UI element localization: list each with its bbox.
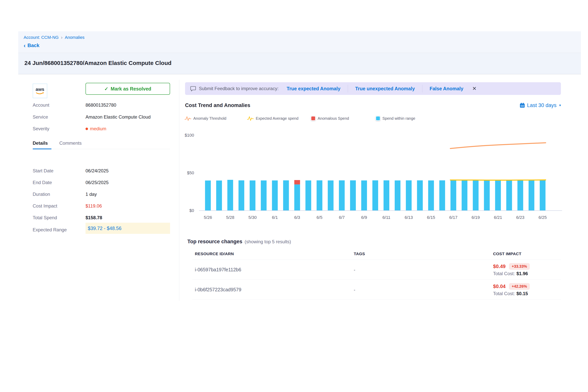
legend-label: Expected Average spend xyxy=(256,116,298,121)
feedback-true-unexpected[interactable]: True unexpected Anomaly xyxy=(355,86,415,92)
legend-label: Anomalous Spend xyxy=(318,116,349,121)
svg-text:6/19: 6/19 xyxy=(472,215,480,220)
time-range-label: Last 30 days xyxy=(527,102,556,108)
severity-field: Severity medium xyxy=(33,126,170,132)
cyan-swatch-icon xyxy=(376,116,380,121)
severity-dot-icon xyxy=(86,128,88,130)
cost-change-badge: +33.33% xyxy=(509,263,530,270)
check-icon: ✓ xyxy=(104,86,108,92)
top-resource-changes-heading: Top resource changes (showing top 5 resu… xyxy=(187,239,291,244)
chevron-down-icon: ▾ xyxy=(559,103,561,108)
service-value: Amazon Elastic Compute Cloud xyxy=(86,114,151,120)
anomaly-detail-page: Account: CCM-NG › Anomalies ‹ Back 24 Ju… xyxy=(0,0,588,392)
cost-impact-row: Cost Impact $119.06 xyxy=(33,203,170,209)
svg-text:aws: aws xyxy=(36,87,44,92)
end-date-label: End Date xyxy=(33,180,86,185)
svg-text:6/13: 6/13 xyxy=(405,215,413,220)
start-date-value: 06/24/2025 xyxy=(86,168,108,174)
legend-spend-within-range[interactable]: Spend within range xyxy=(376,115,415,122)
legend-expected-average[interactable]: Expected Average spend xyxy=(247,115,298,122)
feedback-false-anomaly[interactable]: False Anomaly xyxy=(430,86,464,92)
back-button[interactable]: ‹ Back xyxy=(24,42,40,48)
pulse-line-icon xyxy=(247,115,254,122)
severity-value: medium xyxy=(90,126,106,132)
duration-label: Duration xyxy=(33,192,86,197)
resource-cost-impact-cell: $0.49 +33.33% Total Cost:$1.96 xyxy=(493,263,561,276)
cost-impact-amount: $0.49 xyxy=(493,264,506,270)
feedback-bar: Submit Feedback to improve accuracy: Tru… xyxy=(185,82,561,95)
svg-text:5/30: 5/30 xyxy=(248,215,257,220)
svg-text:6/7: 6/7 xyxy=(339,215,345,220)
cost-change-badge: +42.26% xyxy=(509,283,530,290)
svg-text:5/28: 5/28 xyxy=(226,215,234,220)
feedback-divider xyxy=(348,85,348,92)
chart-header: Cost Trend and Anomalies Last 30 days ▾ xyxy=(185,100,561,111)
table-header-row: RESOURCE ID/ARN TAGS COST IMPACT xyxy=(192,248,561,260)
expected-range-label: Expected Range xyxy=(33,227,86,232)
total-spend-row: Total Spend $158.78 xyxy=(33,215,170,220)
resource-cost-impact-cell: $0.04 +42.26% Total Cost:$0.15 xyxy=(493,283,561,296)
anomaly-summary-panel: aws ✓ Mark as Resolved Account 868001352… xyxy=(18,79,179,302)
resource-id: i-0b6f257223cad9579 xyxy=(192,287,354,292)
cost-trend-chart[interactable]: $0$50$1005/265/285/306/16/36/56/76/96/11… xyxy=(181,132,565,223)
breadcrumb-bar: Account: CCM-NG › Anomalies ‹ Back xyxy=(18,31,581,53)
total-cost-value: $1.96 xyxy=(516,271,528,276)
duration-value: 1 day xyxy=(86,192,97,197)
breadcrumb-account-link[interactable]: Account: CCM-NG xyxy=(24,35,58,40)
chart-title: Cost Trend and Anomalies xyxy=(185,102,250,108)
svg-text:$0: $0 xyxy=(190,208,194,213)
account-field: Account 868001352780 xyxy=(33,102,170,108)
legend-anomalous-spend[interactable]: Anomalous Spend xyxy=(311,115,349,122)
svg-text:6/9: 6/9 xyxy=(361,215,367,220)
legend-label: Spend within range xyxy=(382,116,415,121)
chevron-left-icon: ‹ xyxy=(24,43,26,48)
mark-as-resolved-button[interactable]: ✓ Mark as Resolved xyxy=(86,83,170,95)
end-date-row: End Date 06/25/2025 xyxy=(33,180,170,185)
title-bar: 24 Jun/868001352780/Amazon Elastic Compu… xyxy=(18,53,581,74)
chat-bubble-icon xyxy=(190,86,196,92)
table-row[interactable]: i-0b6f257223cad9579 - $0.04 +42.26% Tota… xyxy=(192,280,561,300)
red-swatch-icon xyxy=(311,116,316,121)
start-date-row: Start Date 06/24/2025 xyxy=(33,168,170,174)
calendar-icon xyxy=(520,102,525,108)
legend-anomaly-threshold[interactable]: Anomaly Threshold xyxy=(184,115,226,122)
svg-text:$100: $100 xyxy=(185,133,194,138)
duration-row: Duration 1 day xyxy=(33,192,170,197)
col-resource-id: RESOURCE ID/ARN xyxy=(192,252,354,256)
svg-text:6/17: 6/17 xyxy=(449,215,458,220)
account-label: Account xyxy=(33,102,86,108)
svg-text:6/1: 6/1 xyxy=(272,215,278,220)
svg-text:5/26: 5/26 xyxy=(204,215,212,220)
time-range-select[interactable]: Last 30 days ▾ xyxy=(520,102,561,108)
back-label: Back xyxy=(28,42,40,48)
end-date-value: 06/25/2025 xyxy=(86,180,108,185)
aws-logo: aws xyxy=(33,84,47,98)
feedback-prompt: Submit Feedback to improve accuracy: xyxy=(199,86,279,91)
resources-title: Top resource changes xyxy=(187,239,242,244)
svg-text:6/21: 6/21 xyxy=(494,215,502,220)
service-field: Service Amazon Elastic Compute Cloud xyxy=(33,114,170,120)
severity-badge: medium xyxy=(86,126,106,132)
page-title: 24 Jun/868001352780/Amazon Elastic Compu… xyxy=(24,60,172,66)
feedback-true-expected[interactable]: True expected Anomaly xyxy=(287,86,340,92)
breadcrumb-separator-icon: › xyxy=(61,35,62,40)
breadcrumb-anomalies-link[interactable]: Anomalies xyxy=(65,35,84,40)
total-cost-label: Total Cost: xyxy=(493,271,515,276)
resource-id: i-06597ba197fe112b6 xyxy=(192,267,354,272)
table-row[interactable]: i-06597ba197fe112b6 - $0.49 +33.33% Tota… xyxy=(192,260,561,280)
col-tags: TAGS xyxy=(354,252,493,256)
resource-tags: - xyxy=(354,267,493,272)
cost-impact-label: Cost Impact xyxy=(33,203,86,209)
svg-text:6/5: 6/5 xyxy=(316,215,322,220)
tab-comments[interactable]: Comments xyxy=(60,140,82,146)
svg-text:$50: $50 xyxy=(187,170,194,175)
resources-subtitle: (showing top 5 results) xyxy=(244,239,291,244)
cost-impact-value: $119.06 xyxy=(86,203,102,209)
legend-label: Anomaly Threshold xyxy=(193,116,226,121)
tab-details[interactable]: Details xyxy=(33,140,48,146)
pulse-line-icon xyxy=(184,115,192,122)
close-icon[interactable]: ✕ xyxy=(472,86,476,92)
resource-tags: - xyxy=(354,287,493,292)
col-cost-impact: COST IMPACT xyxy=(493,252,561,256)
severity-label: Severity xyxy=(33,126,86,132)
